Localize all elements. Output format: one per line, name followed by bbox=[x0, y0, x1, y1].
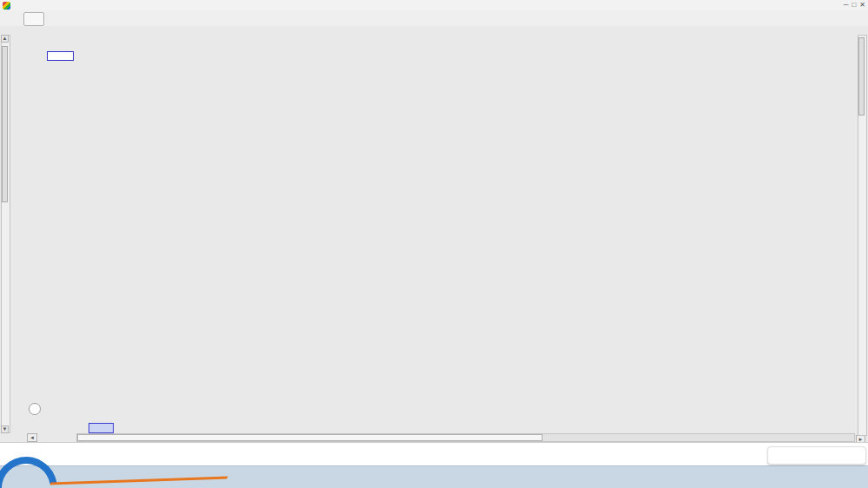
ime-bar[interactable] bbox=[767, 446, 866, 465]
thd-label bbox=[29, 403, 41, 415]
minimize-icon[interactable]: ─ bbox=[844, 1, 849, 10]
screen: { "window": {"title": "多曲线"}, "toolbar":… bbox=[0, 0, 868, 488]
app-icon bbox=[3, 2, 10, 10]
y-scroll-thumb[interactable] bbox=[2, 46, 8, 202]
x-cursor-readout bbox=[89, 423, 114, 433]
scroll-up-icon[interactable]: ▲ bbox=[1, 35, 9, 43]
x-axis-scrollbar[interactable] bbox=[76, 433, 855, 442]
y-cursor-readout bbox=[47, 51, 74, 61]
x-scroll-thumb[interactable] bbox=[77, 434, 542, 441]
y-axis-scrollbar[interactable]: ▲ ▼ bbox=[1, 35, 10, 433]
graph-toolbar bbox=[0, 10, 868, 27]
maximize-icon[interactable]: □ bbox=[852, 1, 856, 10]
scroll-left-icon[interactable]: ◄ bbox=[27, 433, 37, 442]
legend-row bbox=[0, 442, 868, 466]
close-icon[interactable]: ✕ bbox=[859, 1, 865, 10]
scroll-down-icon[interactable]: ▼ bbox=[1, 425, 9, 433]
right-scroll-thumb[interactable] bbox=[858, 37, 865, 115]
window-controls: ─□✕ bbox=[844, 1, 865, 10]
right-scrollbar[interactable] bbox=[858, 35, 867, 436]
taskbar bbox=[0, 465, 868, 488]
capture-button[interactable] bbox=[23, 12, 44, 26]
graph-area: ▲ ▼ ◄ ► bbox=[0, 26, 868, 465]
plot-canvas[interactable] bbox=[76, 35, 855, 423]
